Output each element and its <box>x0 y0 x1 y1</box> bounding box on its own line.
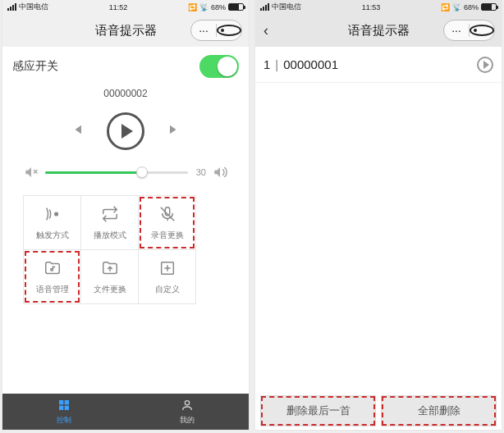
tab-label: 我的 <box>180 415 195 426</box>
phone-file-list-screen: 中国电信 11:53 🔁📡 68% ‹ 语音提示器 ··· 1|00000001… <box>255 0 502 430</box>
grid-item-label: 文件更换 <box>94 284 126 295</box>
delete-all-button[interactable]: 全部删除 <box>381 395 497 426</box>
battery-icon <box>481 3 497 11</box>
battery-percent: 68% <box>211 3 226 11</box>
grid-item-repeat[interactable]: 播放模式 <box>80 195 139 250</box>
carrier-label: 中国电信 <box>272 2 301 12</box>
next-button[interactable] <box>167 122 182 141</box>
status-bar: 中国电信 11:52 🔁📡 68% <box>2 0 249 14</box>
svg-rect-5 <box>65 400 69 404</box>
file-index: 1 <box>263 57 270 71</box>
page-title: 语音提示器 <box>348 23 410 39</box>
tab-control[interactable]: 控制 <box>2 394 126 430</box>
clock: 11:53 <box>362 3 381 11</box>
file-row[interactable]: 1|00000001 <box>255 47 502 83</box>
carrier-label: 中国电信 <box>19 2 48 12</box>
antenna-icon <box>44 205 62 226</box>
header: ‹ 语音提示器 ··· <box>255 14 502 47</box>
capsule-close-icon[interactable] <box>470 25 494 36</box>
grid-item-label: 语音管理 <box>36 284 69 295</box>
grid-item-label: 播放模式 <box>94 230 126 241</box>
volume-value: 30 <box>196 167 206 177</box>
switch-label: 感应开关 <box>12 59 58 74</box>
status-bar: 中国电信 11:53 🔁📡 68% <box>255 0 502 14</box>
track-number: 00000002 <box>2 88 249 99</box>
header: 语音提示器 ··· <box>2 14 249 47</box>
svg-rect-6 <box>59 405 63 409</box>
svg-rect-7 <box>65 405 69 409</box>
folder-music-icon <box>44 259 62 280</box>
plus-icon <box>158 259 176 280</box>
svg-point-8 <box>185 400 189 404</box>
volume-slider[interactable] <box>45 171 188 174</box>
grid-item-antenna[interactable]: 触发方式 <box>23 195 81 250</box>
file-name: 00000001 <box>283 57 338 71</box>
volume-up-icon[interactable] <box>213 165 227 180</box>
page-title: 语音提示器 <box>95 23 157 39</box>
grid-item-folder-up[interactable]: 文件更换 <box>80 249 139 304</box>
mini-program-capsule[interactable]: ··· <box>443 20 495 41</box>
clock: 11:52 <box>109 3 128 11</box>
bottom-tab-bar: 控制我的 <box>2 394 249 430</box>
sensor-toggle[interactable] <box>199 55 239 78</box>
svg-rect-4 <box>59 400 63 404</box>
battery-percent: 68% <box>464 3 479 11</box>
mic-off-icon <box>158 205 176 226</box>
folder-up-icon <box>101 259 119 280</box>
tab-label: 控制 <box>57 415 71 426</box>
volume-row: 30 <box>2 150 249 191</box>
grid-item-plus[interactable]: 自定义 <box>138 249 196 304</box>
grid-item-label: 自定义 <box>155 284 180 295</box>
prev-button[interactable] <box>69 122 84 141</box>
player-controls <box>2 112 249 150</box>
play-icon <box>121 124 133 139</box>
play-button[interactable] <box>107 112 144 150</box>
file-list: 1|00000001 <box>255 47 502 83</box>
grid-item-mic-off[interactable]: 录音更换 <box>138 195 196 250</box>
tab-mine[interactable]: 我的 <box>126 394 249 430</box>
volume-mute-icon[interactable] <box>24 165 39 180</box>
grid-item-label: 录音更换 <box>151 230 184 241</box>
bottom-button-row: 删除最后一首 全部删除 <box>260 395 497 426</box>
repeat-icon <box>101 205 119 226</box>
svg-point-0 <box>54 212 57 216</box>
capsule-more-icon[interactable]: ··· <box>191 24 216 37</box>
grid-icon <box>57 399 71 414</box>
feature-grid: 触发方式播放模式录音更换语音管理文件更换自定义 <box>24 196 249 304</box>
delete-last-button[interactable]: 删除最后一首 <box>260 395 376 426</box>
signal-icon <box>7 3 16 11</box>
file-play-button[interactable] <box>477 57 493 73</box>
back-button[interactable]: ‹ <box>263 22 268 39</box>
user-icon <box>181 399 194 414</box>
phone-control-screen: 中国电信 11:52 🔁📡 68% 语音提示器 ··· 感应开关 0000000… <box>2 0 249 430</box>
grid-item-label: 触发方式 <box>36 230 69 241</box>
grid-item-folder-music[interactable]: 语音管理 <box>23 249 81 304</box>
capsule-more-icon[interactable]: ··· <box>444 24 469 37</box>
mini-program-capsule[interactable]: ··· <box>190 20 242 41</box>
battery-icon <box>228 3 244 11</box>
signal-icon <box>260 3 269 11</box>
capsule-close-icon[interactable] <box>217 25 241 36</box>
